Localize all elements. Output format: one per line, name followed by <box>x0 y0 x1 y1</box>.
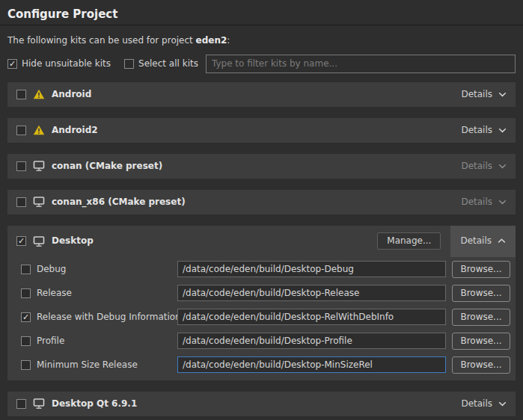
kit-section-desktop: Desktop Manage... Details Debug Browse..… <box>7 226 516 380</box>
details-button[interactable]: Details <box>461 161 507 172</box>
kit-name: Android <box>52 89 91 100</box>
build-config-row-profile: Profile Browse... <box>21 333 510 350</box>
build-config-label: Minimum Size Release <box>37 359 177 371</box>
select-all-checkbox[interactable] <box>124 59 134 69</box>
kit-name: conan (CMake preset) <box>52 161 162 172</box>
chevron-down-icon <box>498 200 507 205</box>
details-label: Details <box>460 235 492 247</box>
build-dir-input[interactable] <box>177 309 446 325</box>
select-all-kits-option[interactable]: Select all kits <box>124 58 198 70</box>
build-config-checkbox[interactable] <box>21 265 31 274</box>
details-label: Details <box>461 161 492 172</box>
build-config-label: Release <box>37 288 177 299</box>
kit-checkbox[interactable] <box>16 90 26 99</box>
kit-row-conan-x86: conan_x86 (CMake preset) Details <box>7 190 516 214</box>
intro-prefix: The following kits can be used for proje… <box>7 35 196 46</box>
warning-icon <box>33 89 45 99</box>
build-config-row-minsizerel: Minimum Size Release Browse... <box>21 356 510 374</box>
kit-name: conan_x86 (CMake preset) <box>52 197 186 208</box>
build-dir-input[interactable] <box>177 285 446 301</box>
build-config-checkbox[interactable] <box>21 288 31 298</box>
hide-unsuitable-checkbox[interactable] <box>7 59 17 69</box>
kit-name: Desktop <box>52 235 94 247</box>
kit-row-desktop-qt: Desktop Qt 6.9.1 Details <box>7 392 516 416</box>
details-button[interactable]: Details <box>461 197 507 208</box>
kit-checkbox[interactable] <box>16 126 26 135</box>
details-label: Details <box>461 398 492 410</box>
project-name: eden2 <box>196 35 227 46</box>
kit-filter-input[interactable] <box>206 55 516 73</box>
build-config-checkbox[interactable] <box>21 312 31 322</box>
chevron-down-icon <box>498 401 507 407</box>
chevron-down-icon <box>498 164 507 169</box>
build-config-row-release: Release Browse... <box>21 285 510 302</box>
chevron-down-icon <box>498 128 507 133</box>
warning-icon <box>33 125 45 135</box>
kit-checkbox[interactable] <box>16 197 26 207</box>
kit-list: Android Details Android2 Details conan (… <box>0 82 523 416</box>
build-config-checkbox[interactable] <box>21 336 31 346</box>
build-config-label: Profile <box>37 336 177 347</box>
kit-checkbox[interactable] <box>16 399 26 409</box>
build-config-row-relwithdebinfo: Release with Debug Information Browse... <box>21 309 510 326</box>
chevron-down-icon <box>498 92 507 97</box>
kit-row-desktop: Desktop Manage... Details <box>7 226 516 257</box>
build-config-label: Release with Debug Information <box>37 312 177 323</box>
kit-checkbox[interactable] <box>16 236 26 246</box>
desktop-icon <box>33 236 45 247</box>
intro-suffix: : <box>227 35 230 46</box>
hide-unsuitable-kits-option[interactable]: Hide unsuitable kits <box>7 58 111 70</box>
kits-intro-text: The following kits can be used for proje… <box>7 35 516 46</box>
details-label: Details <box>461 125 492 136</box>
browse-button[interactable]: Browse... <box>452 261 510 278</box>
details-label: Details <box>461 197 492 208</box>
browse-button[interactable]: Browse... <box>452 309 510 326</box>
desktop-icon <box>33 161 45 171</box>
kit-filter-bar: Hide unsuitable kits Select all kits <box>7 55 516 73</box>
kit-checkbox[interactable] <box>16 161 26 171</box>
build-config-row-debug: Debug Browse... <box>21 261 510 278</box>
select-all-label: Select all kits <box>138 58 198 70</box>
desktop-icon <box>33 398 45 409</box>
details-button[interactable]: Details <box>461 398 507 410</box>
build-dir-input[interactable] <box>177 356 446 373</box>
browse-button[interactable]: Browse... <box>452 333 510 350</box>
build-config-checkbox[interactable] <box>21 360 31 370</box>
manage-button[interactable]: Manage... <box>377 232 441 250</box>
kit-row-android2: Android2 Details <box>7 118 516 143</box>
details-button[interactable]: Details <box>450 226 516 257</box>
kit-name: Android2 <box>52 125 98 136</box>
desktop-icon <box>33 197 45 207</box>
build-config-label: Debug <box>37 264 177 275</box>
details-label: Details <box>461 89 492 100</box>
chevron-up-icon <box>498 238 506 244</box>
browse-button[interactable]: Browse... <box>452 285 510 302</box>
page-title: Configure Project <box>0 0 523 25</box>
details-button[interactable]: Details <box>461 89 507 100</box>
hide-unsuitable-label: Hide unsuitable kits <box>22 58 111 70</box>
kit-row-android: Android Details <box>7 82 516 107</box>
browse-button[interactable]: Browse... <box>452 356 510 374</box>
details-button[interactable]: Details <box>461 125 507 136</box>
kit-row-conan: conan (CMake preset) Details <box>7 154 516 179</box>
build-dir-input[interactable] <box>177 333 446 349</box>
build-dir-input[interactable] <box>177 261 446 277</box>
title-divider <box>0 25 523 25</box>
kit-name: Desktop Qt 6.9.1 <box>52 398 137 410</box>
